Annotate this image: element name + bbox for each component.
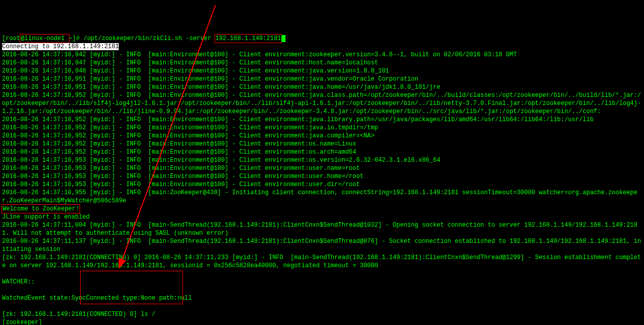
zk-command-line: [zk: 192.168.1.149:2181(CONNECTED) 0] ls… xyxy=(2,310,642,318)
terminal-line: 2016-08-26 14:37:10,952 [myid:] - INFO [… xyxy=(2,148,642,156)
prompt-user: [root xyxy=(2,35,20,42)
terminal-line: 2016-08-26 14:37:10,948 [myid:] - INFO [… xyxy=(2,67,642,75)
connecting-line: Connecting to 192.168.1.149:2181 xyxy=(2,43,119,50)
terminal-line: 2016-08-26 14:37:10,952 [myid:] - INFO [… xyxy=(2,116,642,124)
terminal-line: 2016-08-26 14:37:10,953 [myid:] - INFO [… xyxy=(2,156,642,164)
terminal-line: [zk: 192.168.1.149:2181(CONNECTING) 0] 2… xyxy=(2,254,642,270)
welcome-box: Welcome to ZooKeeper! xyxy=(2,204,80,213)
prompt-suffix: ~]# xyxy=(69,35,84,42)
terminal-cursor xyxy=(281,35,285,42)
terminal-line: 2016-08-26 14:37:10,952 [myid:] - INFO [… xyxy=(2,124,642,132)
terminal-line: JLine support is enabled xyxy=(2,213,642,221)
terminal-line: 2016-08-26 14:37:10,947 [myid:] - INFO [… xyxy=(2,59,642,67)
terminal-line: 2016-08-26 14:37:11,004 [myid:] - INFO [… xyxy=(2,221,642,237)
terminal-line: Welcome to ZooKeeper! xyxy=(2,205,642,213)
terminal-line: 2016-08-26 14:37:11,137 [myid:] - INFO [… xyxy=(2,237,642,254)
terminal-line: WatchedEvent state:SyncConnected type:No… xyxy=(2,294,642,302)
terminal-output[interactable]: [root@linux-node1 ~]# /opt/zookeeper/bin… xyxy=(2,34,642,325)
terminal-line xyxy=(2,302,642,310)
prompt-host-box: @linux-node1 xyxy=(20,34,69,43)
terminal-line: WATCHER:: xyxy=(2,278,642,286)
terminal-line: 2016-08-26 14:37:10,952 [myid:] - INFO [… xyxy=(2,132,642,140)
shell-prompt-line: [root@linux-node1 ~]# /opt/zookeeper/bin… xyxy=(2,34,642,43)
terminal-line: 2016-08-26 14:37:10,953 [myid:] - INFO [… xyxy=(2,180,642,189)
terminal-line: 2016-08-26 14:37:10,953 [myid:] - INFO [… xyxy=(2,172,642,180)
terminal-line: 2016-08-26 14:37:10,952 [myid:] - INFO [… xyxy=(2,91,642,116)
terminal-line: Connecting to 192.168.1.149:2181 xyxy=(2,43,642,51)
terminal-line: 2016-08-26 14:37:10,952 [myid:] - INFO [… xyxy=(2,140,642,148)
terminal-line: 2016-08-26 14:37:10,955 [myid:] - INFO [… xyxy=(2,189,642,205)
terminal-line xyxy=(2,270,642,278)
server-arg-box: 192.168.1.149:2181 xyxy=(214,34,282,43)
terminal-line: 2016-08-26 14:37:10,951 [myid:] - INFO [… xyxy=(2,75,642,83)
terminal-line xyxy=(2,286,642,294)
command-text: /opt/zookeeper/bin/zkCli.sh -server xyxy=(83,35,214,42)
terminal-line: 2016-08-26 14:37:10,953 [myid:] - INFO [… xyxy=(2,164,642,172)
terminal-line: 2016-08-26 14:37:10,942 [myid:] - INFO [… xyxy=(2,51,642,59)
terminal-line: 2016-08-26 14:37:10,951 [myid:] - INFO [… xyxy=(2,83,642,91)
zk-command-line: [zookeeper] xyxy=(2,318,642,325)
